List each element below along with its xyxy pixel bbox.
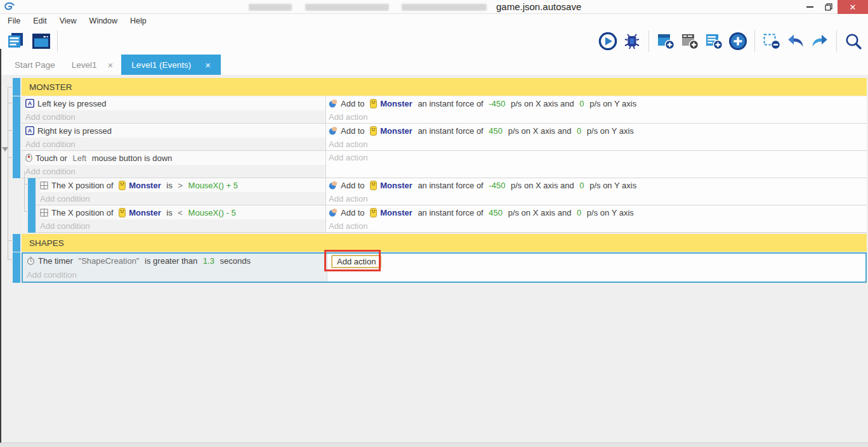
expression-text: 0: [577, 208, 581, 217]
action-instruction[interactable]: Add to Monster an instant force of -450 …: [329, 178, 867, 192]
condition-instruction[interactable]: ARight key is pressed: [25, 124, 326, 138]
instruction-text: Add to: [341, 99, 367, 108]
svg-text:A: A: [28, 100, 32, 107]
condition-instruction[interactable]: The X position of Monster is > MouseX() …: [40, 178, 326, 192]
event-selection-bar[interactable]: [13, 252, 20, 283]
actions-cell: Add to Monster an instant force of 450 p…: [326, 124, 867, 150]
tab-level1[interactable]: Level1×: [63, 55, 122, 75]
tab-close-icon[interactable]: ×: [205, 60, 211, 70]
window-bottom-edge: [0, 443, 868, 447]
action-instruction[interactable]: Add to Monster an instant force of -450 …: [329, 96, 867, 110]
tab-level1-events-[interactable]: Level1 (Events)×: [121, 55, 221, 75]
event-selection-bar[interactable]: [13, 124, 20, 151]
condition-instruction[interactable]: The X position of Monster is < MouseX() …: [40, 205, 326, 219]
add-action-placeholder[interactable]: Add action: [329, 192, 867, 205]
event-rail: [0, 252, 22, 283]
close-button[interactable]: ✕: [838, 0, 868, 14]
menu-item-help[interactable]: Help: [124, 16, 153, 25]
add-condition-placeholder[interactable]: Add condition: [40, 219, 326, 232]
event-selection-bar[interactable]: [28, 178, 36, 205]
add-condition-placeholder[interactable]: Add condition: [25, 110, 326, 123]
event-selection-bar[interactable]: [13, 234, 20, 252]
project-manager-button[interactable]: [5, 30, 27, 52]
add-action-button-focused[interactable]: Add action: [331, 255, 381, 268]
window-left-edge: [0, 49, 1, 443]
play-button[interactable]: [597, 30, 619, 52]
comment-header[interactable]: SHAPES: [22, 234, 867, 252]
instruction-text: p/s on X axis and: [508, 181, 576, 190]
add-action-placeholder[interactable]: Add action: [329, 219, 867, 232]
event-selection-bar[interactable]: [13, 78, 20, 96]
search-button[interactable]: [843, 30, 864, 52]
add-comment-button[interactable]: [703, 30, 725, 52]
scene-editor-button[interactable]: [30, 30, 52, 52]
monster-icon: [370, 99, 377, 108]
condition-instruction[interactable]: Touch or Left mouse button is down: [25, 151, 326, 165]
title-bar: game.json.autosave ✕: [0, 0, 868, 14]
menu-bar: FileEditViewWindowHelp: [0, 14, 868, 28]
restore-button[interactable]: [819, 0, 838, 14]
event-rail: [0, 234, 22, 252]
action-instruction[interactable]: Add to Monster an instant force of 450 p…: [329, 124, 867, 138]
tab-close-icon[interactable]: ×: [108, 60, 114, 70]
undo-button[interactable]: [785, 30, 806, 52]
search-icon: [844, 32, 863, 51]
add-condition-placeholder[interactable]: Add condition: [40, 192, 326, 205]
object-name: Monster: [380, 208, 412, 217]
add-action-line: Add action: [330, 254, 865, 268]
subevent-rail: [22, 205, 36, 233]
event-selection-bar[interactable]: [28, 205, 36, 233]
instruction-text: an instant force of: [416, 126, 486, 136]
instruction-text: Right key is pressed: [37, 126, 112, 136]
add-action-placeholder[interactable]: Add action: [329, 151, 867, 164]
actions-cell: Add to Monster an instant force of 450 p…: [326, 205, 867, 232]
scene-editor-icon: [31, 31, 51, 51]
expression-text: -450: [489, 181, 505, 190]
subevent-rail: [22, 178, 36, 205]
condition-instruction[interactable]: ALeft key is pressed: [25, 96, 326, 110]
event-rail: [0, 151, 22, 178]
instruction-text: "ShapeCreation": [79, 256, 140, 266]
tab-label: Level1 (Events): [131, 60, 191, 70]
monster-icon: [119, 208, 126, 217]
add-condition-placeholder[interactable]: Add condition: [27, 268, 327, 282]
add-subevent-button[interactable]: [679, 30, 700, 52]
menu-item-view[interactable]: View: [53, 16, 83, 25]
menu-item-edit[interactable]: Edit: [27, 16, 53, 25]
expression-text: MouseX() + 5: [188, 181, 238, 190]
add-action-placeholder[interactable]: Add action: [329, 138, 867, 150]
add-event-button[interactable]: [655, 30, 676, 52]
add-action-placeholder[interactable]: Add action: [329, 110, 867, 123]
gdevelop-logo-icon: [4, 2, 15, 12]
event-cells: Touch or Left mouse button is downAdd co…: [22, 151, 867, 178]
add-circle-button[interactable]: [727, 30, 749, 52]
redo-button[interactable]: [809, 30, 831, 52]
remove-event-button[interactable]: [761, 30, 782, 52]
event-rail: [0, 205, 22, 233]
menu-item-window[interactable]: Window: [83, 16, 124, 25]
comment-header[interactable]: MONSTER: [22, 78, 867, 96]
add-condition-placeholder[interactable]: Add condition: [25, 165, 326, 178]
position-icon: [40, 209, 48, 217]
conditions-cell: The timer "ShapeCreation" is greater tha…: [23, 254, 327, 282]
instruction-text: seconds: [218, 256, 251, 266]
instruction-text: an instant force of: [416, 208, 486, 217]
action-instruction[interactable]: Add to Monster an instant force of 450 p…: [329, 205, 867, 219]
minimize-button[interactable]: [801, 0, 819, 14]
position-icon: [40, 181, 48, 190]
event-selection-bar[interactable]: [13, 151, 20, 178]
event-row: Touch or Left mouse button is downAdd co…: [0, 151, 867, 178]
debug-button[interactable]: [621, 30, 643, 52]
object-name: Monster: [380, 181, 412, 190]
instruction-text: p/s on Y axis: [588, 99, 637, 108]
add-condition-placeholder[interactable]: Add condition: [25, 138, 326, 150]
object-name: Monster: [129, 208, 161, 217]
restore-icon: [825, 3, 832, 11]
tab-start-page[interactable]: Start Page: [6, 55, 63, 75]
instruction-text: p/s on Y axis: [584, 126, 634, 136]
event-selection-bar[interactable]: [13, 96, 20, 124]
conditions-cell: The X position of Monster is > MouseX() …: [36, 178, 326, 205]
instruction-text: p/s on Y axis: [584, 208, 634, 217]
condition-instruction[interactable]: The timer "ShapeCreation" is greater tha…: [27, 254, 327, 268]
menu-item-file[interactable]: File: [1, 16, 27, 25]
